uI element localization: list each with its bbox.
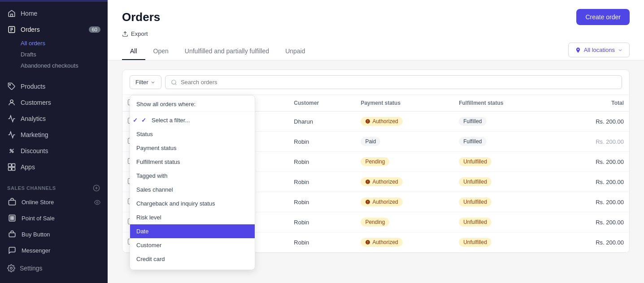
col-customer: Customer	[288, 95, 355, 111]
sidebar-sub-drafts[interactable]: Drafts	[0, 49, 108, 60]
row-fulfillment-cell: Unfulfilled	[453, 232, 557, 253]
filter-item-tagged-with[interactable]: Tagged with	[130, 169, 255, 183]
sales-channels-label: SALES CHANNELS	[7, 185, 56, 191]
analytics-icon	[7, 114, 16, 123]
row-customer-cell: Robin	[288, 212, 355, 232]
add-channel-icon[interactable]	[92, 184, 100, 192]
sidebar-item-analytics-label: Analytics	[21, 115, 46, 122]
col-payment-status: Payment status	[355, 95, 453, 111]
all-orders-label: All orders	[21, 40, 45, 47]
alert-icon	[365, 199, 370, 205]
sidebar-item-marketing-label: Marketing	[21, 131, 48, 138]
row-customer-cell: Robin	[288, 192, 355, 212]
svg-point-18	[96, 202, 98, 203]
search-input[interactable]	[181, 79, 616, 86]
row-fulfillment-cell: Unfulfilled	[453, 152, 557, 172]
fulfillment-status-badge: Unfulfilled	[459, 197, 492, 206]
sidebar-item-settings[interactable]: Settings	[0, 261, 108, 276]
chevron-down-icon	[618, 47, 623, 53]
drafts-label: Drafts	[21, 51, 36, 58]
sidebar-item-customers[interactable]: Customers	[0, 94, 108, 111]
filter-button[interactable]: Filter	[130, 75, 161, 89]
create-order-button[interactable]: Create order	[576, 9, 630, 25]
sales-channels-section-label: SALES CHANNELS	[0, 179, 108, 194]
payment-status-badge: Pending	[361, 157, 389, 166]
settings-label: Settings	[20, 265, 43, 272]
row-total-cell: Rs. 200.00	[557, 192, 629, 212]
pos-label: Point of Sale	[22, 215, 55, 222]
sidebar-item-analytics[interactable]: Analytics	[0, 111, 108, 127]
tab-unpaid[interactable]: Unpaid	[277, 43, 313, 60]
location-filter[interactable]: All locations	[568, 43, 630, 57]
location-icon	[575, 47, 581, 53]
tab-unfulfilled[interactable]: Unfulfilled and partially fulfilled	[177, 43, 277, 60]
sidebar-sub-all-orders[interactable]: All orders	[0, 38, 108, 49]
svg-rect-20	[10, 216, 12, 218]
filter-item-credit-card[interactable]: Credit card	[130, 252, 255, 266]
tab-all[interactable]: All	[122, 43, 145, 60]
sidebar-item-marketing[interactable]: Marketing	[0, 127, 108, 143]
eye-icon[interactable]	[94, 198, 100, 206]
filter-item-sales-channel[interactable]: Sales channel	[130, 183, 255, 197]
sidebar-item-online-store[interactable]: Online Store	[0, 194, 108, 210]
payment-status-badge: Authorized	[361, 177, 402, 186]
home-icon	[7, 9, 16, 18]
sidebar-item-buy-button[interactable]: Buy Button	[0, 226, 108, 242]
export-label: Export	[131, 30, 148, 37]
sidebar-item-orders[interactable]: Orders 60	[0, 21, 108, 38]
filter-item-chargeback[interactable]: Chargeback and inquiry status	[130, 197, 255, 210]
location-filter-label: All locations	[584, 47, 615, 53]
sidebar-item-products-label: Products	[21, 83, 45, 90]
tab-open[interactable]: Open	[145, 43, 177, 60]
payment-status-badge: Authorized	[361, 238, 402, 247]
row-customer-cell: Robin	[288, 132, 355, 152]
export-button[interactable]: Export	[122, 30, 630, 37]
sidebar-item-products[interactable]: Products	[0, 78, 108, 94]
row-payment-cell: Authorized	[355, 172, 453, 192]
main-content: Orders Create order Export All Open Unfu…	[108, 0, 644, 283]
svg-line-28	[175, 83, 177, 85]
sidebar-item-home[interactable]: Home	[0, 5, 108, 21]
filter-item-date[interactable]: Date	[130, 224, 255, 238]
sidebar-item-messenger[interactable]: Messenger	[0, 242, 108, 258]
filter-item-select[interactable]: ✓ Select a filter...	[130, 113, 255, 127]
marketing-icon	[7, 130, 16, 139]
row-payment-cell: Pending	[355, 212, 453, 232]
filter-item-payment-status[interactable]: Payment status	[130, 141, 255, 155]
row-fulfillment-cell: Unfulfilled	[453, 172, 557, 192]
filter-item-risk-level[interactable]: Risk level	[130, 210, 255, 224]
svg-point-34	[368, 183, 368, 183]
sidebar-item-pos[interactable]: Point of Sale	[0, 210, 108, 226]
row-customer-cell: Dharun	[288, 111, 355, 132]
row-total-cell: Rs. 200.00	[557, 212, 629, 232]
search-box	[165, 75, 622, 89]
sidebar-item-apps[interactable]: Apps	[0, 159, 108, 175]
row-total-cell: Rs. 200.00	[557, 152, 629, 172]
filter-chevron-icon	[150, 80, 156, 85]
discounts-icon	[7, 146, 16, 155]
messenger-label: Messenger	[22, 247, 50, 254]
buy-button-icon	[7, 229, 17, 239]
sidebar-item-discounts[interactable]: Discounts	[0, 143, 108, 159]
apps-icon	[7, 163, 16, 172]
svg-point-25	[10, 267, 13, 270]
row-customer-cell: Robin	[288, 232, 355, 253]
sidebar-item-home-label: Home	[21, 10, 37, 17]
filter-item-status[interactable]: Status	[130, 127, 255, 141]
svg-rect-13	[12, 167, 15, 171]
svg-rect-24	[9, 233, 15, 237]
filter-item-customer[interactable]: Customer	[130, 238, 255, 252]
sidebar-sub-abandoned[interactable]: Abandoned checkouts	[0, 60, 108, 71]
fulfillment-status-badge: Unfulfilled	[459, 177, 492, 186]
fulfillment-status-badge: Fulfilled	[459, 117, 486, 126]
filter-dropdown-header: Show all orders where:	[130, 95, 255, 111]
svg-rect-11	[12, 164, 15, 167]
payment-status-badge: Paid	[361, 137, 380, 146]
svg-point-40	[368, 243, 368, 244]
filter-item-fulfillment-status[interactable]: Fulfillment status	[130, 155, 255, 169]
sidebar-item-customers-label: Customers	[21, 99, 51, 106]
abandoned-label: Abandoned checkouts	[21, 62, 78, 69]
row-customer-cell: Robin	[288, 172, 355, 192]
row-fulfillment-cell: Fulfilled	[453, 111, 557, 132]
row-total-cell: Rs. 200.00	[557, 132, 629, 152]
